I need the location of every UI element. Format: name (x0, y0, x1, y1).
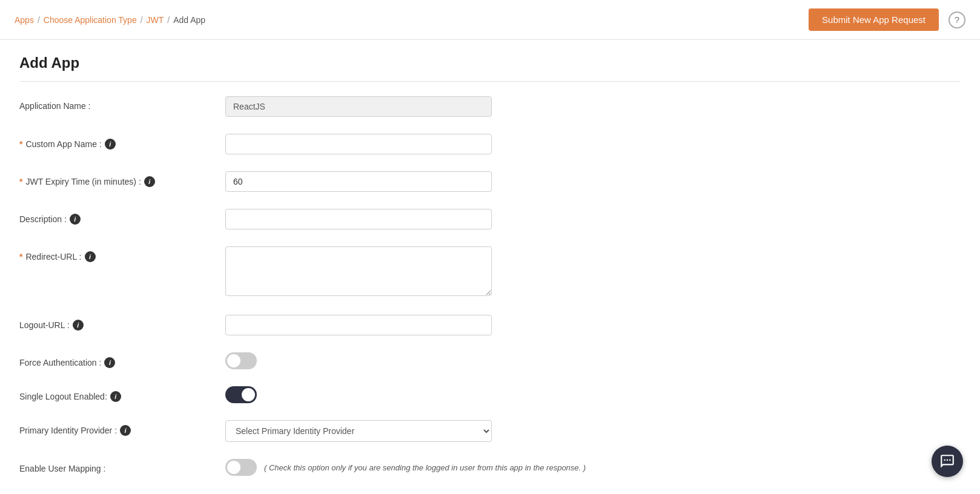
chat-icon (939, 453, 955, 469)
header-right: Submit New App Request ? (809, 8, 965, 31)
custom-app-name-label: * Custom App Name : i (19, 134, 225, 150)
required-star-redirect: * (19, 252, 22, 262)
force-auth-slider (225, 352, 257, 369)
primary-idp-info-icon[interactable]: i (120, 425, 131, 436)
enable-user-mapping-control: ( Check this option only if you are send… (225, 459, 770, 476)
application-name-label: Application Name : (19, 96, 225, 111)
force-auth-label: Force Authentication : i (19, 352, 225, 368)
custom-app-name-row: * Custom App Name : i (19, 134, 961, 154)
primary-idp-row: Primary Identity Provider : i Select Pri… (19, 420, 961, 442)
logout-url-label: Logout-URL : i (19, 315, 225, 331)
force-auth-row: Force Authentication : i (19, 352, 961, 369)
jwt-expiry-control (225, 171, 492, 192)
help-icon[interactable]: ? (949, 12, 965, 28)
logout-url-row: Logout-URL : i (19, 315, 961, 335)
breadcrumb-apps[interactable]: Apps (15, 15, 34, 25)
description-input[interactable] (225, 209, 492, 229)
single-logout-info-icon[interactable]: i (110, 391, 121, 402)
primary-idp-control: Select Primary Identity Provider (225, 420, 492, 442)
force-auth-control (225, 352, 492, 369)
single-logout-row: Single Logout Enabled: i (19, 386, 961, 403)
redirect-url-textarea[interactable] (225, 246, 492, 296)
breadcrumb-sep2: / (141, 15, 143, 25)
application-name-control (225, 96, 492, 117)
required-star: * (19, 139, 22, 149)
breadcrumb-choose-app-type[interactable]: Choose Application Type (44, 15, 137, 25)
logout-url-info-icon[interactable]: i (73, 320, 84, 331)
description-control (225, 209, 492, 229)
redirect-url-label: * Redirect-URL : i (19, 246, 225, 262)
enable-user-mapping-label: Enable User Mapping : (19, 459, 225, 473)
custom-app-name-input[interactable] (225, 134, 492, 154)
required-star-jwt: * (19, 177, 22, 186)
breadcrumb: Apps / Choose Application Type / JWT / A… (15, 15, 205, 25)
single-logout-slider (225, 386, 257, 403)
breadcrumb-sep1: / (38, 15, 40, 25)
redirect-url-control (225, 246, 492, 298)
page-title: Add App (19, 40, 961, 81)
jwt-expiry-info-icon[interactable]: i (144, 176, 155, 187)
logout-url-input[interactable] (225, 315, 492, 335)
application-name-row: Application Name : (19, 96, 961, 117)
breadcrumb-sep3: / (167, 15, 170, 25)
custom-app-name-control (225, 134, 492, 154)
custom-app-name-info-icon[interactable]: i (105, 139, 116, 150)
chat-button[interactable] (932, 446, 963, 477)
force-auth-info-icon[interactable]: i (104, 357, 115, 368)
submit-new-app-request-button[interactable]: Submit New App Request (809, 8, 939, 31)
force-auth-toggle[interactable] (225, 352, 257, 369)
breadcrumb-add-app: Add App (173, 15, 205, 25)
single-logout-control (225, 386, 492, 403)
enable-user-mapping-slider (225, 459, 257, 476)
jwt-expiry-input[interactable] (225, 171, 492, 192)
header: Apps / Choose Application Type / JWT / A… (0, 0, 980, 40)
application-name-input (225, 96, 492, 117)
description-label: Description : i (19, 209, 225, 225)
enable-user-mapping-row: Enable User Mapping : ( Check this optio… (19, 459, 961, 476)
enable-user-mapping-toggle[interactable] (225, 459, 257, 476)
breadcrumb-jwt[interactable]: JWT (147, 15, 164, 25)
single-logout-toggle[interactable] (225, 386, 257, 403)
single-logout-label: Single Logout Enabled: i (19, 386, 225, 402)
divider (19, 81, 961, 82)
description-info-icon[interactable]: i (70, 214, 81, 225)
redirect-url-row: * Redirect-URL : i (19, 246, 961, 298)
redirect-url-info-icon[interactable]: i (85, 251, 96, 262)
primary-idp-select[interactable]: Select Primary Identity Provider (225, 420, 492, 442)
enable-user-mapping-inner: ( Check this option only if you are send… (225, 459, 770, 476)
jwt-expiry-label: * JWT Expiry Time (in minutes) : i (19, 171, 225, 187)
logout-url-control (225, 315, 492, 335)
primary-idp-label: Primary Identity Provider : i (19, 420, 225, 436)
enable-user-mapping-note: ( Check this option only if you are send… (264, 463, 586, 472)
jwt-expiry-row: * JWT Expiry Time (in minutes) : i (19, 171, 961, 192)
description-row: Description : i (19, 209, 961, 229)
form-container: Add App Application Name : * Custom App … (0, 40, 980, 494)
